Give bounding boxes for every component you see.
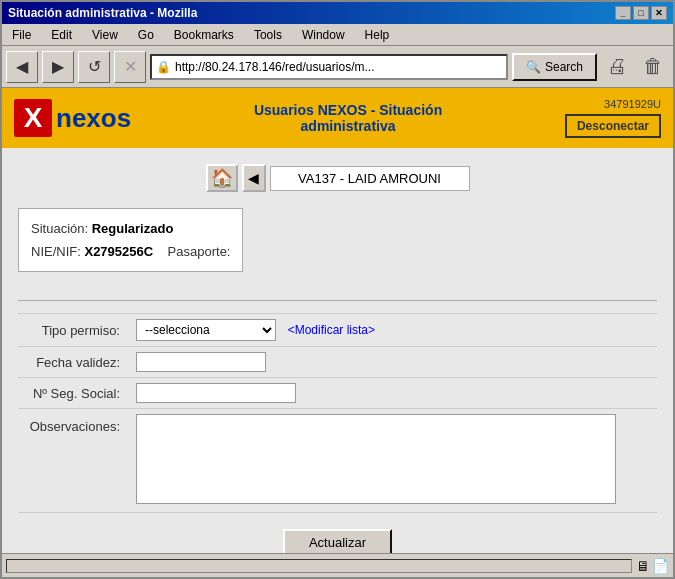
pasaporte-label: Pasaporte: — [168, 244, 231, 259]
logo-x-text: X — [24, 102, 43, 134]
menu-help[interactable]: Help — [359, 26, 396, 44]
back-button[interactable]: ◀ — [6, 51, 38, 83]
status-right: 🖥 📄 — [636, 558, 669, 574]
window-title: Situación administrativa - Mozilla — [8, 6, 197, 20]
search-button[interactable]: 🔍 Search — [512, 53, 597, 81]
num-seg-social-label: Nº Seg. Social: — [18, 378, 128, 409]
num-seg-social-cell — [128, 378, 657, 409]
print-button[interactable]: 🖨 — [601, 51, 633, 83]
menu-file[interactable]: File — [6, 26, 37, 44]
monitor-icon: 🖥 — [636, 558, 650, 574]
stop-button[interactable]: ✕ — [114, 51, 146, 83]
search-label: Search — [545, 60, 583, 74]
tipo-permiso-select[interactable]: --selecciona — [136, 319, 276, 341]
observaciones-row: Observaciones: — [18, 409, 657, 513]
back-nav-button[interactable]: ◀ — [242, 164, 266, 192]
menu-tools[interactable]: Tools — [248, 26, 288, 44]
tipo-permiso-label: Tipo permiso: — [18, 314, 128, 347]
minimize-button[interactable]: _ — [615, 6, 631, 20]
fecha-validez-cell — [128, 347, 657, 378]
content-area: X nexos Usuarios NEXOS - Situación admin… — [2, 88, 673, 553]
situacion-value: Regularizado — [92, 221, 174, 236]
forward-button[interactable]: ▶ — [42, 51, 74, 83]
num-seg-social-input[interactable] — [136, 383, 296, 403]
num-seg-social-row: Nº Seg. Social: — [18, 378, 657, 409]
page-content: 🏠 ◀ VA137 - LAID AMROUNI Situación: Regu… — [2, 148, 673, 553]
update-btn-row: Actualizar — [18, 529, 657, 553]
tipo-permiso-cell: --selecciona <Modificar lista> — [128, 314, 657, 347]
title-bar: Situación administrativa - Mozilla _ □ ✕ — [2, 2, 673, 24]
logo-nexos-text: nexos — [56, 103, 131, 134]
menu-bookmarks[interactable]: Bookmarks — [168, 26, 240, 44]
menu-edit[interactable]: Edit — [45, 26, 78, 44]
header-title: Usuarios NEXOS - Situación administrativ… — [254, 102, 442, 134]
menu-bar: File Edit View Go Bookmarks Tools Window… — [2, 24, 673, 46]
scrollbar-horizontal[interactable] — [6, 559, 632, 573]
user-id: 34791929U — [565, 98, 661, 110]
address-bar[interactable]: 🔒 http://80.24.178.146/red/usuarios/m... — [150, 54, 508, 80]
info-box: Situación: Regularizado NIE/NIF: X279525… — [18, 208, 243, 272]
modify-list-link[interactable]: <Modificar lista> — [288, 323, 375, 337]
header-right: 34791929U Desconectar — [565, 98, 661, 138]
logo-x-icon: X — [14, 99, 52, 137]
observaciones-label: Observaciones: — [18, 409, 128, 513]
menu-view[interactable]: View — [86, 26, 124, 44]
maximize-button[interactable]: □ — [633, 6, 649, 20]
menu-go[interactable]: Go — [132, 26, 160, 44]
admin-form: Tipo permiso: --selecciona <Modificar li… — [18, 313, 657, 513]
nie-row: NIE/NIF: X2795256C Pasaporte: — [31, 240, 230, 263]
toolbar: ◀ ▶ ↺ ✕ 🔒 http://80.24.178.146/red/usuar… — [2, 46, 673, 88]
reload-button[interactable]: ↺ — [78, 51, 110, 83]
separator — [18, 300, 657, 301]
browser-window: Situación administrativa - Mozilla _ □ ✕… — [0, 0, 675, 579]
nie-label: NIE/NIF: — [31, 244, 81, 259]
situacion-label: Situación: — [31, 221, 88, 236]
nie-value: X2795256C — [84, 244, 153, 259]
title-bar-buttons: _ □ ✕ — [615, 6, 667, 20]
nav-row: 🏠 ◀ VA137 - LAID AMROUNI — [18, 164, 657, 192]
disconnect-button[interactable]: Desconectar — [565, 114, 661, 138]
app-header: X nexos Usuarios NEXOS - Situación admin… — [2, 88, 673, 148]
home-button[interactable]: 🏠 — [206, 164, 238, 192]
document-icon: 📄 — [652, 558, 669, 574]
tipo-permiso-row: Tipo permiso: --selecciona <Modificar li… — [18, 314, 657, 347]
header-title-line1: Usuarios NEXOS - Situación — [254, 102, 442, 118]
menu-window[interactable]: Window — [296, 26, 351, 44]
address-icon: 🔒 — [156, 60, 171, 74]
fecha-validez-label: Fecha validez: — [18, 347, 128, 378]
trash-button[interactable]: 🗑 — [637, 51, 669, 83]
actualizar-button[interactable]: Actualizar — [283, 529, 392, 553]
close-button[interactable]: ✕ — [651, 6, 667, 20]
address-text: http://80.24.178.146/red/usuarios/m... — [175, 60, 374, 74]
search-icon: 🔍 — [526, 60, 541, 74]
user-label: VA137 - LAID AMROUNI — [270, 166, 470, 191]
header-title-line2: administrativa — [254, 118, 442, 134]
fecha-validez-row: Fecha validez: — [18, 347, 657, 378]
observaciones-cell — [128, 409, 657, 513]
observaciones-textarea[interactable] — [136, 414, 616, 504]
fecha-validez-input[interactable] — [136, 352, 266, 372]
situacion-row: Situación: Regularizado — [31, 217, 230, 240]
logo-area: X nexos — [14, 99, 131, 137]
status-bar: 🖥 📄 — [2, 553, 673, 577]
